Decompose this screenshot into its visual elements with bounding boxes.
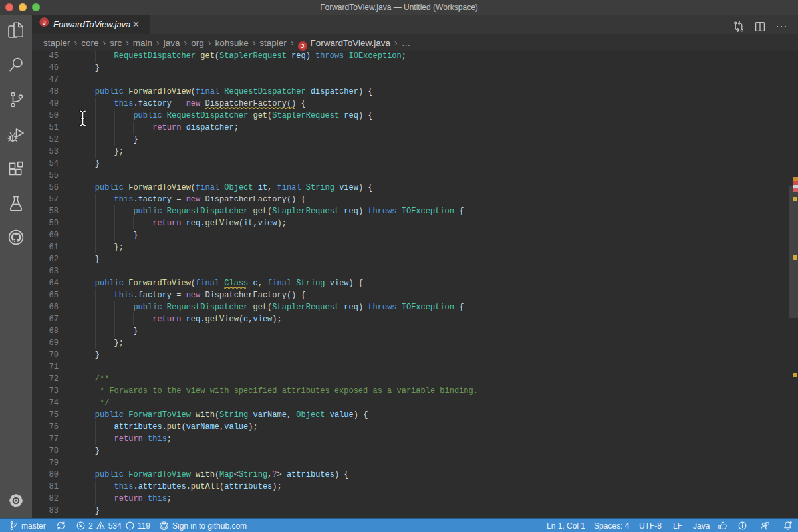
svg-text:J: J (43, 19, 46, 26)
